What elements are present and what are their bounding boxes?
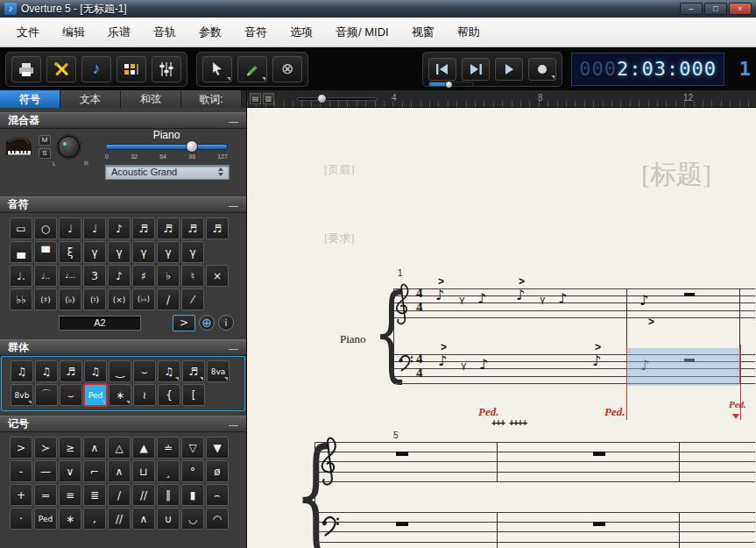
eighth-rest-button[interactable]: γ xyxy=(83,241,106,263)
quarter-note-button[interactable]: ♩ xyxy=(83,217,106,239)
tempo-slider-handle[interactable] xyxy=(445,81,453,89)
tab-symbols[interactable]: 符号 xyxy=(0,90,60,108)
brace-group-button[interactable]: { xyxy=(158,384,180,406)
page-view-button[interactable]: ▤ xyxy=(250,93,261,104)
beam-sixteenth-triplet-dropdown-icon[interactable] xyxy=(200,377,203,381)
paren-double-sharp-button[interactable]: (×) xyxy=(108,288,131,310)
time-sig-bottom-bass[interactable]: 4 xyxy=(416,366,423,381)
menu-file[interactable]: 文件 xyxy=(5,21,51,44)
record-dropdown-icon[interactable] xyxy=(551,75,555,79)
double-sharp-button[interactable]: × xyxy=(206,265,229,287)
beam-mixed-button[interactable]: ♫ xyxy=(84,360,107,382)
tenuto-dot-button[interactable]: ≐ xyxy=(157,437,180,459)
paren-natural-button[interactable]: (♮) xyxy=(83,288,106,310)
half-mute-button[interactable]: ⌐ xyxy=(83,460,106,482)
print-button[interactable] xyxy=(11,56,41,82)
select-tool-dropdown-icon[interactable] xyxy=(227,77,230,81)
notation-button[interactable]: ♪ xyxy=(81,56,111,82)
octave-up-dropdown-icon[interactable] xyxy=(224,377,228,381)
grace-slash-button[interactable]: ⁄ xyxy=(181,288,204,310)
groups-minimize-icon[interactable]: — xyxy=(229,343,238,353)
sixteenth-rest-button[interactable]: γ xyxy=(108,241,131,263)
double-whole-note-button[interactable]: ▭ xyxy=(10,217,32,239)
header-placeholder[interactable]: [页眉] xyxy=(324,162,355,178)
note[interactable]: ♪ xyxy=(639,292,648,309)
staccato-dot-button[interactable]: · xyxy=(10,508,32,530)
bracket-group-button[interactable]: [ xyxy=(182,384,205,406)
caesura-thick-button[interactable]: ▮ xyxy=(181,484,204,506)
slash-button[interactable]: / xyxy=(157,288,180,310)
forward-button[interactable] xyxy=(462,58,490,81)
stress-mark-button[interactable]: ∧ xyxy=(108,460,131,482)
beam-triplet-button[interactable]: ♫ xyxy=(158,360,180,382)
whole-note-button[interactable]: ○ xyxy=(34,217,57,239)
pedal-mark-selected[interactable]: Ped. xyxy=(729,399,746,409)
quarter-rest-button[interactable]: ξ xyxy=(59,241,81,263)
tab-text[interactable]: 文本 xyxy=(60,90,121,108)
beam-triplet-dropdown-icon[interactable] xyxy=(175,377,179,381)
sixty-fourth-note-button[interactable]: ♬ xyxy=(181,217,204,239)
volume-slider-handle[interactable] xyxy=(186,140,198,153)
treble-staff-1[interactable] xyxy=(393,288,755,318)
octave-down-button[interactable]: 8vb xyxy=(11,384,33,406)
pencil-tool-button[interactable] xyxy=(237,56,267,82)
note[interactable]: ♪ xyxy=(477,290,486,307)
wedge-open-button[interactable]: ▽ xyxy=(181,437,204,459)
beam-quarter-eighth-button[interactable]: ♫ xyxy=(35,360,58,382)
harmonic-slash-button[interactable]: ø xyxy=(206,460,229,482)
time-sig-bottom[interactable]: 4 xyxy=(416,300,423,315)
patch-select-arrows[interactable] xyxy=(216,167,225,176)
time-sig-top[interactable]: 4 xyxy=(416,286,423,301)
step-list-button[interactable] xyxy=(117,56,146,82)
mute-button[interactable]: M xyxy=(39,135,51,146)
whole-rest[interactable] xyxy=(593,522,605,526)
paren-flat-button[interactable]: (♭) xyxy=(59,288,81,310)
dotted-note-button[interactable]: ♩. xyxy=(10,265,32,287)
time-sig-top-bass[interactable]: 4 xyxy=(416,352,423,367)
slur-down-button[interactable]: ⌣ xyxy=(60,384,82,406)
equals-mark-button[interactable]: = xyxy=(34,484,57,506)
arpeggio-button[interactable]: ≀ xyxy=(133,384,156,406)
arc-mark-button[interactable]: ⌢ xyxy=(206,484,229,506)
accent-mark[interactable]: > xyxy=(438,275,444,288)
accent-entry-button[interactable]: > xyxy=(173,315,195,331)
treble-staff-2[interactable] xyxy=(314,442,755,482)
tie-button[interactable]: ‿ xyxy=(109,360,131,382)
maximize-button[interactable]: □ xyxy=(704,3,727,15)
mixer-button[interactable] xyxy=(152,56,181,82)
paren-sharp-button[interactable]: (♯) xyxy=(34,288,57,310)
phrase-slur-button[interactable]: ⌒ xyxy=(35,384,58,406)
patch-up-icon[interactable] xyxy=(218,167,223,171)
fermata-up-button[interactable]: ◠ xyxy=(206,508,229,530)
marcato-filled-button[interactable]: ▲ xyxy=(132,437,155,459)
selection-edge-left[interactable] xyxy=(626,346,627,420)
pan-knob[interactable] xyxy=(58,136,80,158)
one-twenty-eighth-rest-button[interactable]: γ xyxy=(181,241,204,263)
sixty-fourth-rest-button[interactable]: γ xyxy=(157,241,180,263)
menu-score[interactable]: 乐谱 xyxy=(96,21,142,44)
menu-audio-midi[interactable]: 音频/ MIDI xyxy=(324,21,400,44)
ornament-hook-button[interactable]: ¸ xyxy=(157,460,180,482)
scroll-view-button[interactable]: ▥ xyxy=(263,93,274,104)
rest[interactable]: γ xyxy=(461,359,467,371)
whole-rest[interactable] xyxy=(396,522,408,526)
patch-down-icon[interactable] xyxy=(218,173,223,176)
close-button[interactable]: × xyxy=(729,3,752,15)
eighth-note-button[interactable]: ♪ xyxy=(108,217,131,239)
lines-four-button[interactable]: ≣ xyxy=(83,484,106,506)
bass-clef-icon[interactable] xyxy=(398,352,413,374)
pedal-release-dropdown-icon[interactable] xyxy=(126,401,130,404)
tab-chords[interactable]: 和弦 xyxy=(121,90,181,108)
menu-params[interactable]: 参数 xyxy=(187,21,233,44)
info-icon[interactable]: i xyxy=(218,315,234,331)
tools-button[interactable] xyxy=(46,56,76,82)
heavy-accent-button[interactable]: ≻ xyxy=(34,437,57,459)
octave-up-button[interactable]: 8va xyxy=(207,360,230,382)
note[interactable]: ♪ xyxy=(592,352,601,369)
sharp-button[interactable]: ♯ xyxy=(132,265,155,287)
note[interactable]: ♪ xyxy=(438,352,447,369)
slur-button[interactable]: ⌣ xyxy=(133,360,156,382)
caesura-button[interactable]: // xyxy=(108,508,131,530)
half-note-button[interactable]: ♩ xyxy=(59,217,81,239)
double-flat-button[interactable]: ♭♭ xyxy=(10,288,32,310)
